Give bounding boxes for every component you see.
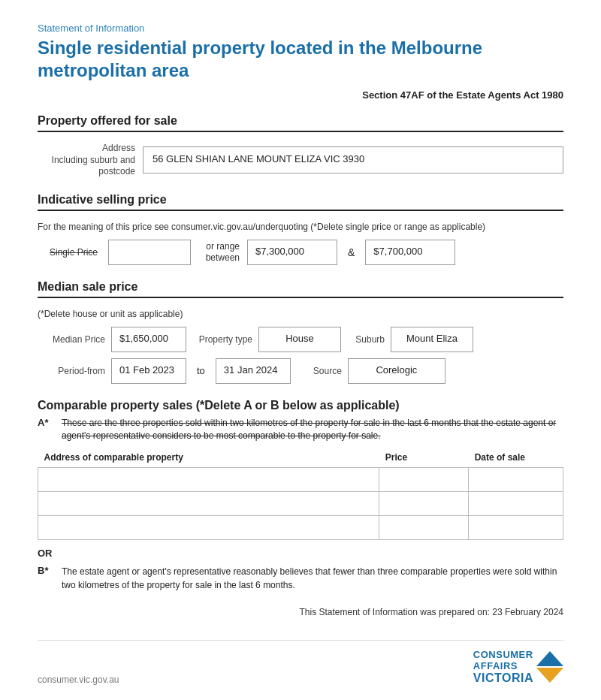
address-value: 56 GLEN SHIAN LANE MOUNT ELIZA VIC 3930 — [143, 146, 563, 173]
range-high-value: $7,700,000 — [365, 240, 455, 265]
doc-subtitle: Statement of Information — [38, 23, 563, 34]
indicative-section-heading: Indicative selling price — [38, 193, 563, 211]
cav-affairs-text: AFFAIRS — [473, 661, 533, 671]
comparable-date-3 — [469, 516, 563, 540]
property-section-heading: Property offered for sale — [38, 114, 563, 132]
cav-triangles — [536, 651, 563, 683]
triangle-bottom-icon — [536, 668, 563, 683]
comparable-b-letter: B* — [38, 565, 56, 592]
indicative-subtitle: For the meaning of this price see consum… — [38, 222, 563, 232]
comparable-a-note: These are the three properties sold with… — [62, 417, 563, 442]
or-range-label: or range between — [198, 241, 240, 263]
table-row — [38, 516, 563, 540]
table-header-date: Date of sale — [469, 448, 563, 468]
table-row — [38, 492, 563, 516]
single-price-value — [108, 240, 191, 265]
footer: consumer.vic.gov.au CONSUMER AFFAIRS VIC… — [38, 640, 563, 684]
cav-logo: CONSUMER AFFAIRS VICTORIA — [473, 650, 563, 684]
or-divider: OR — [38, 548, 563, 559]
act-reference: Section 47AF of the Estate Agents Act 19… — [38, 89, 563, 101]
comparable-price-1 — [379, 468, 469, 492]
comparable-a-letter: A* — [38, 417, 56, 442]
period-to-value: 31 Jan 2024 — [216, 358, 291, 384]
table-row — [38, 468, 563, 492]
median-note: (*Delete house or unit as applicable) — [38, 309, 563, 319]
cav-consumer-text: CONSUMER — [473, 650, 533, 660]
comparable-address-3 — [38, 516, 379, 540]
comparable-section-heading: Comparable property sales (*Delete A or … — [38, 399, 563, 412]
property-type-label: Property type — [192, 334, 252, 345]
single-price-label: Single Price — [38, 247, 98, 258]
range-low-value: $7,300,000 — [247, 240, 337, 265]
period-from-label: Period-from — [38, 366, 105, 376]
median-price-label: Median Price — [38, 334, 105, 345]
comparable-price-3 — [379, 516, 469, 540]
period-from-value: 01 Feb 2023 — [111, 358, 186, 384]
property-type-value: House — [258, 327, 341, 352]
suburb-value: Mount Eliza — [391, 327, 473, 352]
comparable-address-2 — [38, 492, 379, 516]
comparable-price-2 — [379, 492, 469, 516]
ampersand: & — [345, 246, 358, 258]
doc-title: Single residential property located in t… — [38, 37, 563, 82]
triangle-top-icon — [536, 651, 563, 666]
to-label: to — [192, 365, 210, 376]
source-value: Corelogic — [348, 358, 445, 384]
median-section-heading: Median sale price — [38, 280, 563, 298]
source-label: Source — [297, 366, 342, 376]
prepared-statement: This Statement of Information was prepar… — [38, 607, 563, 617]
table-header-address: Address of comparable property — [38, 448, 379, 468]
cav-victoria-text: VICTORIA — [473, 671, 533, 685]
comparable-date-1 — [469, 468, 563, 492]
comparable-date-2 — [469, 492, 563, 516]
suburb-label: Suburb — [347, 334, 385, 345]
address-label: Address Including suburb and postcode — [38, 143, 135, 178]
median-price-value: $1,650,000 — [111, 327, 186, 352]
table-header-price: Price — [379, 448, 469, 468]
footer-url: consumer.vic.gov.au — [38, 674, 119, 685]
comparable-address-1 — [38, 468, 379, 492]
comparable-b-note: The estate agent or agent's representati… — [62, 565, 563, 592]
comparable-table: Address of comparable property Price Dat… — [38, 448, 563, 540]
